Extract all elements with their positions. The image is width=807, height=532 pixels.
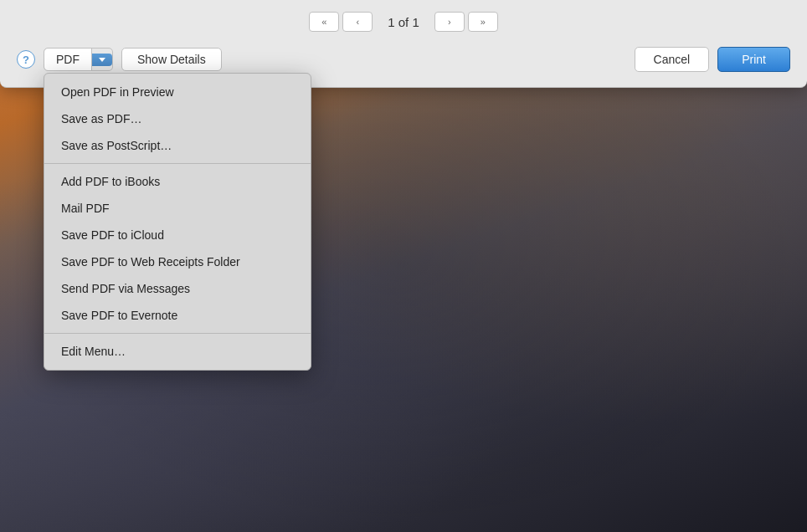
chevron-down-icon — [99, 58, 105, 62]
menu-item-add-ibooks[interactable]: Add PDF to iBooks — [44, 168, 311, 195]
menu-item-save-web-receipts[interactable]: Save PDF to Web Receipts Folder — [44, 248, 311, 275]
pdf-dropdown-menu: Open PDF in Preview Save as PDF… Save as… — [44, 73, 311, 371]
page-navigation: « ‹ 1 of 1 › » — [17, 12, 790, 32]
help-label: ? — [23, 54, 29, 66]
show-details-button[interactable]: Show Details — [121, 48, 222, 71]
last-page-icon: » — [481, 17, 486, 27]
last-page-button[interactable]: » — [468, 12, 498, 32]
menu-item-save-pdf[interactable]: Save as PDF… — [44, 105, 311, 132]
menu-item-open-preview[interactable]: Open PDF in Preview — [44, 79, 311, 105]
menu-item-save-postscript[interactable]: Save as PostScript… — [44, 132, 311, 159]
prev-page-button[interactable]: ‹ — [342, 12, 373, 32]
action-bar: ? PDF Open PDF in Preview Save as PDF… S… — [17, 47, 790, 72]
print-button[interactable]: Print — [717, 47, 790, 72]
help-button[interactable]: ? — [17, 50, 35, 69]
pdf-label: PDF — [44, 49, 92, 70]
menu-item-edit-menu[interactable]: Edit Menu… — [44, 338, 311, 365]
menu-item-mail-pdf[interactable]: Mail PDF — [44, 195, 311, 222]
next-page-button[interactable]: › — [434, 12, 465, 32]
first-page-button[interactable]: « — [309, 12, 339, 32]
print-label: Print — [742, 53, 766, 66]
cancel-label: Cancel — [654, 53, 691, 66]
prev-page-icon: ‹ — [356, 17, 359, 27]
next-page-icon: › — [448, 17, 451, 27]
first-page-icon: « — [321, 17, 326, 27]
show-details-label: Show Details — [137, 53, 206, 66]
menu-item-save-icloud[interactable]: Save PDF to iCloud — [44, 222, 311, 248]
cancel-button[interactable]: Cancel — [635, 47, 710, 72]
pdf-button-group: PDF Open PDF in Preview Save as PDF… Sav… — [44, 48, 113, 71]
menu-item-send-messages[interactable]: Send PDF via Messages — [44, 275, 311, 302]
print-dialog: « ‹ 1 of 1 › » ? PDF Open PDF i — [0, 0, 807, 88]
pdf-split-button: PDF — [44, 48, 113, 71]
menu-item-save-evernote[interactable]: Save PDF to Evernote — [44, 302, 311, 329]
menu-divider-1 — [44, 163, 311, 164]
pdf-dropdown-button[interactable] — [92, 54, 112, 66]
menu-divider-2 — [44, 333, 311, 334]
page-indicator: 1 of 1 — [388, 15, 419, 29]
